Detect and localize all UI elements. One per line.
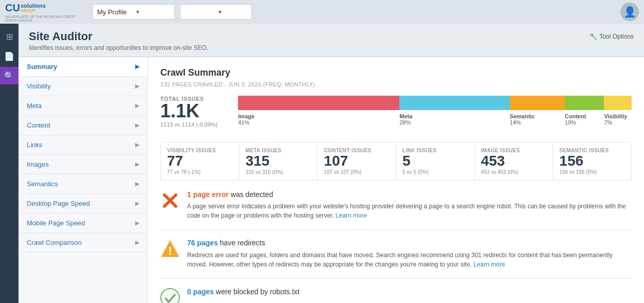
stat-meta-number: 315 (246, 153, 311, 169)
stat-links-change: 5 vs 5 (0%) (402, 169, 468, 175)
stat-content: CONTENT ISSUES 107 107 vs 107 (0%) (318, 142, 396, 180)
grid-icon: ⊞ (6, 32, 13, 42)
avatar[interactable]: 👤 (620, 3, 639, 21)
sidebar-arrow-desktop-speed (135, 200, 139, 207)
logo: CU solutions GROUP AN AFFILIATE OF THE M… (5, 2, 87, 22)
sidebar-arrow-summary (135, 63, 139, 70)
alert-robots-link[interactable]: 0 pages (187, 288, 214, 296)
sidebar-item-visibility[interactable]: Visibility (19, 77, 148, 96)
sidebar-item-links[interactable]: Links (19, 135, 148, 155)
alert-error-title: 1 page error was detected (187, 190, 632, 200)
body-area: Summary Visibility Meta Content Links (19, 57, 644, 303)
icon-bar-grid[interactable]: ⊞ (0, 28, 19, 45)
alert-section: 1 page error was detected A page server … (160, 190, 632, 303)
logo-area: CU solutions GROUP AN AFFILIATE OF THE M… (5, 2, 87, 22)
error-icon (160, 191, 180, 210)
stat-images: IMAGE ISSUES 453 453 vs 453 (0%) (475, 142, 554, 180)
sidebar-item-summary[interactable]: Summary (19, 57, 148, 77)
tool-options-button[interactable]: 🔧 Tool Options (590, 33, 634, 40)
sidebar-label-mobile-speed: Mobile Page Speed (27, 219, 85, 227)
sidebar-label-semantics: Semantics (27, 180, 58, 188)
second-dropdown[interactable]: ▼ (180, 4, 252, 20)
page-title: Site Auditor (29, 30, 209, 43)
bar-label-semantic: Semantic 14% (510, 113, 565, 126)
doc-icon: 📄 (4, 51, 14, 61)
sidebar-label-images: Images (27, 161, 49, 168)
stat-visibility-number: 77 (167, 153, 233, 169)
icon-bar-search[interactable]: 🔍 (0, 67, 19, 84)
bar-visibility (604, 96, 632, 110)
alert-redirects-learn-more[interactable]: Learn more (473, 261, 505, 268)
warning-icon: ! (160, 239, 180, 259)
stat-content-number: 107 (324, 153, 390, 169)
sidebar-item-images[interactable]: Images (19, 155, 148, 174)
stat-links: LINK ISSUES 5 5 vs 5 (0%) (396, 142, 475, 180)
total-issues-number: 1.1K (160, 102, 217, 120)
stats-row: VISIBILITY ISSUES 77 77 vs 78 (-1%) META… (160, 142, 632, 181)
sidebar-item-mobile-speed[interactable]: Mobile Page Speed (19, 213, 148, 233)
bar-image (238, 96, 399, 110)
alert-error-title-suffix: was detected (231, 190, 273, 199)
bar-label-visibility: Visibility 7% (604, 113, 632, 126)
sidebar-label-content: Content (27, 121, 50, 129)
sidebar-item-crawl-comparison[interactable]: Crawl Comparison (19, 233, 148, 253)
wrench-icon: 🔧 (590, 33, 597, 40)
sidebar-item-meta[interactable]: Meta (19, 96, 148, 116)
logo-cu: CU (5, 2, 20, 14)
sidebar-arrow-links (135, 141, 139, 148)
sidebar-arrow-images (135, 161, 139, 168)
sidebar-label-visibility: Visibility (27, 82, 51, 90)
alert-robots: 0 pages were blocked by robots.txt (160, 287, 632, 303)
content-area: Site Auditor Identifies issues, errors a… (19, 24, 644, 303)
sidebar-arrow-semantics (135, 181, 139, 187)
sidebar-label-crawl-comparison: Crawl Comparison (27, 239, 82, 246)
icon-bar-doc[interactable]: 📄 (0, 47, 19, 65)
bar-label-image: Image 41% (238, 113, 399, 126)
page-header-left: Site Auditor Identifies issues, errors a… (29, 30, 209, 51)
alert-robots-content: 0 pages were blocked by robots.txt (187, 287, 300, 299)
stat-semantic: SEMANTIC ISSUES 156 156 vs 156 (0%) (553, 142, 631, 180)
sidebar-item-desktop-speed[interactable]: Desktop Page Speed (19, 194, 148, 213)
total-issues-left: TOTAL ISSUES 1.1K 1113 vs 1114 (-0.09%) (160, 96, 217, 128)
stat-visibility: VISIBILITY ISSUES 77 77 vs 78 (-1%) (161, 142, 240, 180)
sidebar-label-meta: Meta (27, 102, 42, 110)
sidebar-arrow-mobile-speed (135, 220, 139, 226)
stat-meta: META ISSUES 315 315 vs 315 (0%) (240, 142, 318, 180)
alert-redirects-description: Redirects are used for pages, folders an… (187, 251, 632, 269)
divider-2 (160, 278, 632, 279)
stat-semantic-number: 156 (559, 153, 625, 169)
dropdown2-arrow-icon: ▼ (217, 9, 247, 15)
sidebar-label-summary: Summary (27, 63, 57, 70)
main-layout: ⊞ 📄 🔍 Site Auditor Identifies issues, er… (0, 24, 644, 303)
my-profile-dropdown[interactable]: My Profile ▼ (93, 4, 175, 20)
check-icon (160, 288, 180, 303)
stat-visibility-change: 77 vs 78 (-1%) (167, 169, 233, 175)
alert-robots-title: 0 pages were blocked by robots.txt (187, 287, 300, 297)
page-header: Site Auditor Identifies issues, errors a… (19, 24, 644, 57)
bar-labels: Image 41% Meta 28% Semantic 14% (238, 113, 632, 126)
logo-affiliate: AN AFFILIATE OF THE MICHIGAN CREDIT UNIO… (5, 15, 87, 22)
alert-redirects-link[interactable]: 76 pages (187, 239, 218, 247)
avatar-icon: 👤 (623, 6, 636, 18)
bar-chart-container: Image 41% Meta 28% Semantic 14% (238, 96, 632, 134)
alert-redirects-title: 76 pages have redirects (187, 238, 632, 248)
stat-links-number: 5 (402, 153, 468, 169)
x-icon (160, 191, 180, 210)
alert-robots-title-suffix: were blocked by robots.txt (216, 288, 300, 296)
stat-images-number: 453 (481, 153, 547, 169)
bar-chart (238, 96, 632, 110)
svg-text:!: ! (168, 244, 172, 257)
alert-error-learn-more[interactable]: Learn more (336, 212, 367, 219)
alert-redirects-title-suffix: have redirects (220, 239, 265, 247)
bar-semantic (510, 96, 565, 110)
bar-content (565, 96, 604, 110)
sidebar-arrow-content (135, 122, 139, 129)
total-issues-change: 1113 vs 1114 (-0.09%) (160, 121, 217, 128)
dropdown1-arrow-icon: ▼ (135, 9, 170, 15)
sidebar-arrow-crawl-comparison (135, 239, 139, 246)
sidebar-item-semantics[interactable]: Semantics (19, 174, 148, 194)
main-content: Crawl Summary 232 PAGES CRAWLED - JUN 3,… (148, 57, 644, 303)
sidebar-item-content[interactable]: Content (19, 116, 148, 135)
alert-error-link[interactable]: 1 page error (187, 190, 229, 199)
alert-page-error: 1 page error was detected A page server … (160, 190, 632, 221)
